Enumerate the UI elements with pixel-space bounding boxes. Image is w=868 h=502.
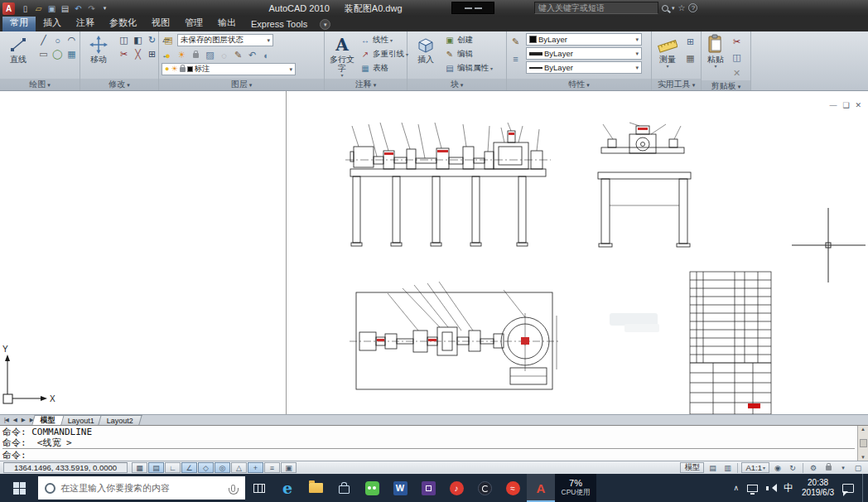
action-center-icon[interactable] (842, 484, 854, 493)
cut-icon[interactable]: ✂ (730, 35, 744, 49)
multileader-button[interactable]: ↗ 多重引线 ▾ (359, 47, 408, 61)
trim-tool-icon[interactable]: ✂ (117, 47, 131, 61)
drawing-close-icon[interactable]: ✕ (855, 101, 861, 109)
model-space-button[interactable]: 模型 (680, 462, 704, 473)
command-scrollbar[interactable]: ▲ ▼ (857, 426, 868, 461)
object-color-dropdown[interactable]: ByLayer (526, 33, 642, 46)
tray-expand-icon[interactable]: ∧ (733, 484, 739, 492)
quick-view-drawings-icon[interactable]: ▥ (721, 462, 734, 473)
tab-layout2[interactable]: Layout2 (99, 415, 142, 425)
drawing-minimize-icon[interactable]: — (829, 101, 837, 109)
mtext-button[interactable]: A 多行文字 ▾ (326, 33, 358, 79)
utilities-panel-title[interactable]: 实用工具 (652, 79, 701, 90)
quick-select-icon[interactable]: ⊞ (683, 35, 697, 49)
tab-parametric[interactable]: 参数化 (102, 15, 144, 31)
line-button[interactable]: 直线 (2, 33, 35, 79)
create-block-button[interactable]: ▣ 创建 (444, 33, 493, 47)
rectangle-tool-icon[interactable]: ▭ (36, 47, 51, 61)
tab-model[interactable]: 模型 (32, 415, 65, 425)
array-tool-icon[interactable]: ⊞ (145, 47, 159, 61)
search-icon[interactable] (662, 5, 668, 12)
layer-merge-icon[interactable]: ◐ (260, 48, 272, 62)
workspace-gear-icon[interactable]: ⚙ (807, 462, 820, 473)
layers-panel-title[interactable]: 图层 (159, 79, 324, 90)
layer-lock-icon[interactable] (190, 48, 202, 62)
circle-tool-icon[interactable]: ○ (51, 33, 65, 47)
help-icon[interactable]: ? (688, 3, 697, 12)
scroll-down-icon[interactable]: ▼ (861, 455, 866, 460)
save-icon[interactable]: ▣ (46, 2, 58, 15)
autocad-taskbar-icon[interactable]: A (527, 474, 555, 502)
annotate-panel-title[interactable]: 注释 (325, 79, 407, 90)
copy-tool-icon[interactable]: ◫ (117, 33, 131, 47)
microphone-icon[interactable] (231, 485, 235, 492)
otrack-toggle[interactable]: ◎ (215, 462, 230, 473)
dyn-toggle[interactable]: + (248, 462, 263, 473)
favorites-star-icon[interactable]: ☆ (678, 3, 686, 12)
rotate-tool-icon[interactable]: ↻ (145, 33, 159, 47)
annotation-scale-button[interactable]: A1:1▾ (741, 462, 769, 473)
layer-properties-icon[interactable]: ▤ (162, 33, 176, 47)
copy-icon[interactable]: ◫ (730, 51, 744, 65)
status-menu-icon[interactable]: ▾ (837, 462, 850, 473)
tab-view[interactable]: 视图 (144, 15, 177, 31)
app-icon-dark[interactable] (470, 474, 499, 502)
edit-block-button[interactable]: ✎ 编辑 (444, 47, 493, 61)
layer-state-dropdown[interactable]: 未保存的图层状态 (177, 34, 273, 46)
draw-panel-title[interactable]: 绘图 (0, 79, 80, 90)
taskbar-search[interactable] (38, 476, 245, 500)
prev-layout-icon[interactable]: ◀ (11, 417, 19, 423)
match-properties-icon[interactable]: ✎ (509, 35, 523, 49)
taskbar-clock[interactable]: 20:38 2019/6/3 (802, 478, 834, 498)
volume-icon[interactable] (766, 484, 775, 493)
properties-list-icon[interactable]: ≡ (509, 51, 523, 65)
tab-output[interactable]: 输出 (210, 15, 244, 31)
quick-properties-toggle[interactable]: ▣ (281, 462, 297, 473)
layer-thaw-icon[interactable]: ☀ (176, 48, 188, 62)
store-icon[interactable] (330, 474, 358, 502)
wechat-icon[interactable] (358, 474, 386, 502)
redo-icon[interactable]: ↷ (85, 2, 98, 15)
arc-tool-icon[interactable]: ◠ (65, 33, 79, 47)
qnew-icon[interactable]: ▯ (19, 2, 31, 15)
show-desktop-button[interactable] (862, 474, 866, 502)
scrollbar-thumb[interactable] (860, 439, 867, 447)
autocad-menu-logo-icon[interactable]: A (2, 2, 15, 15)
edge-icon[interactable]: e (273, 474, 301, 502)
snap-toggle[interactable]: ▦ (132, 462, 147, 473)
scroll-up-icon[interactable]: ▲ (861, 427, 866, 432)
task-view-button[interactable] (245, 474, 273, 502)
layer-off-icon[interactable]: ◌ (218, 48, 230, 62)
polyline-tool-icon[interactable]: ╱ (36, 33, 51, 47)
osnap-toggle[interactable]: ◇ (198, 462, 214, 473)
ducs-toggle[interactable]: △ (231, 462, 247, 473)
properties-panel-title[interactable]: 特性 (507, 79, 651, 90)
edit-attributes-button[interactable]: ▤ 编辑属性 ▾ (444, 61, 493, 75)
ellipse-tool-icon[interactable]: ◯ (51, 47, 65, 61)
qat-dropdown-icon[interactable]: ▾ (99, 2, 111, 15)
word-icon[interactable]: W (386, 474, 414, 502)
drawing-restore-icon[interactable]: ❑ (842, 101, 849, 109)
mirror-tool-icon[interactable]: ◧ (131, 33, 145, 47)
quick-view-layouts-icon[interactable]: ▤ (706, 462, 719, 473)
block-panel-title[interactable]: 块 (407, 79, 506, 90)
modify-panel-title[interactable]: 修改 (80, 79, 158, 90)
search-dropdown-icon[interactable]: ▾ (672, 5, 675, 12)
tab-express-tools[interactable]: Express Tools (244, 17, 315, 31)
hatch-tool-icon[interactable]: ▦ (65, 47, 79, 61)
tab-annotate[interactable]: 注释 (69, 15, 102, 31)
first-layout-icon[interactable]: |◀ (2, 417, 11, 423)
ime-indicator[interactable]: 中 (784, 481, 793, 495)
clean-screen-icon[interactable]: ▢ (851, 462, 865, 473)
quick-calc-icon[interactable]: ▦ (683, 51, 697, 65)
annotation-autoscale-icon[interactable]: ↻ (786, 462, 799, 473)
tab-manage[interactable]: 管理 (177, 15, 210, 31)
linetype-dropdown[interactable]: ByLayer (526, 61, 642, 74)
lineweight-dropdown[interactable]: ByLayer (526, 47, 642, 60)
tab-layout1[interactable]: Layout1 (60, 415, 104, 425)
table-button[interactable]: ▦ 表格 (359, 61, 408, 75)
infocenter-search-input[interactable] (534, 2, 658, 14)
ortho-toggle[interactable]: ∟ (165, 462, 181, 473)
erase-tool-icon[interactable]: ╳ (131, 47, 145, 61)
polar-toggle[interactable]: ∠ (181, 462, 197, 473)
